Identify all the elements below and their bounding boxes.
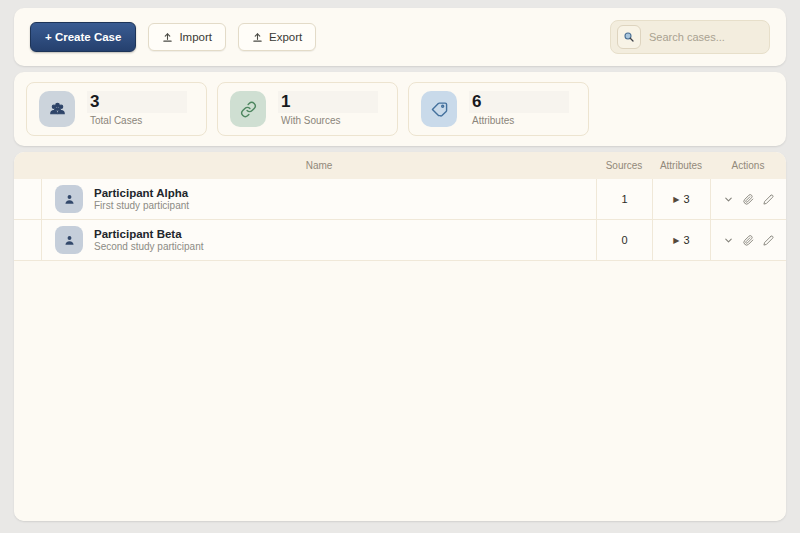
- link-icon: [230, 91, 266, 127]
- stat-text: 6 Attributes: [469, 91, 569, 126]
- person-icon: [55, 185, 83, 213]
- chevron-down-icon[interactable]: [723, 235, 734, 246]
- stat-label-attributes: Attributes: [469, 115, 569, 127]
- upload-icon: [252, 32, 263, 43]
- search-input[interactable]: [649, 31, 759, 43]
- action-icons: [723, 235, 774, 246]
- users-icon: [39, 91, 75, 127]
- stat-label-total-cases: Total Cases: [87, 115, 187, 127]
- row-name-cell: Participant Alpha First study participan…: [42, 179, 596, 219]
- stat-label-with-sources: With Sources: [278, 115, 378, 127]
- stats-panel: 3 Total Cases 1 With Sources 6 Attribute…: [14, 72, 786, 146]
- table-empty-area: [14, 261, 786, 521]
- person-icon: [55, 226, 83, 254]
- search-icon: [617, 25, 641, 49]
- header-attributes: Attributes: [652, 160, 710, 171]
- cases-table: Name Sources Attributes Actions Particip…: [14, 152, 786, 521]
- sources-count: 0: [621, 234, 627, 246]
- case-manager-page: + Create Case Import Export: [0, 0, 800, 533]
- header-actions: Actions: [710, 160, 786, 171]
- create-case-button[interactable]: + Create Case: [30, 22, 136, 52]
- row-attributes-cell: ▶ 3: [652, 220, 710, 260]
- name-block: Participant Alpha First study participan…: [94, 186, 189, 213]
- table-header-row: Name Sources Attributes Actions: [14, 152, 786, 179]
- row-attributes-cell: ▶ 3: [652, 179, 710, 219]
- name-block: Participant Beta Second study participan…: [94, 227, 204, 254]
- pencil-icon[interactable]: [763, 235, 774, 246]
- import-button-label: Import: [179, 31, 212, 43]
- header-name: Name: [42, 160, 596, 171]
- attributes-expander[interactable]: ▶ 3: [673, 193, 689, 205]
- attributes-expander[interactable]: ▶ 3: [673, 234, 689, 246]
- row-sources-cell: 1: [596, 179, 652, 219]
- toolbar: + Create Case Import Export: [14, 8, 786, 66]
- paperclip-icon[interactable]: [743, 235, 754, 246]
- stat-value-with-sources: 1: [278, 91, 378, 113]
- case-description: Second study participant: [94, 241, 204, 254]
- stat-card-with-sources: 1 With Sources: [217, 82, 398, 136]
- action-icons: [723, 194, 774, 205]
- header-sources: Sources: [596, 160, 652, 171]
- row-name-cell: Participant Beta Second study participan…: [42, 220, 596, 260]
- export-button-label: Export: [269, 31, 302, 43]
- search-box[interactable]: [610, 20, 770, 54]
- table-body: Participant Alpha First study participan…: [14, 179, 786, 261]
- row-actions-cell: [710, 220, 786, 260]
- stat-value-total-cases: 3: [87, 91, 187, 113]
- import-button[interactable]: Import: [148, 23, 226, 51]
- pencil-icon[interactable]: [763, 194, 774, 205]
- table-row[interactable]: Participant Alpha First study participan…: [14, 179, 786, 220]
- chevron-down-icon[interactable]: [723, 194, 734, 205]
- row-expand-cell[interactable]: [14, 220, 42, 260]
- row-expand-cell[interactable]: [14, 179, 42, 219]
- stat-card-total-cases: 3 Total Cases: [26, 82, 207, 136]
- row-actions-cell: [710, 179, 786, 219]
- paperclip-icon[interactable]: [743, 194, 754, 205]
- stat-text: 1 With Sources: [278, 91, 378, 126]
- stat-value-attributes: 6: [469, 91, 569, 113]
- sources-count: 1: [621, 193, 627, 205]
- upload-icon: [162, 32, 173, 43]
- export-button[interactable]: Export: [238, 23, 316, 51]
- table-row[interactable]: Participant Beta Second study participan…: [14, 220, 786, 261]
- attributes-count: 3: [684, 193, 690, 205]
- stat-card-attributes: 6 Attributes: [408, 82, 589, 136]
- tag-icon: [421, 91, 457, 127]
- caret-right-icon: ▶: [673, 195, 679, 204]
- case-name: Participant Alpha: [94, 186, 189, 200]
- case-name: Participant Beta: [94, 227, 204, 241]
- stat-text: 3 Total Cases: [87, 91, 187, 126]
- attributes-count: 3: [684, 234, 690, 246]
- caret-right-icon: ▶: [673, 236, 679, 245]
- row-sources-cell: 0: [596, 220, 652, 260]
- case-description: First study participant: [94, 200, 189, 213]
